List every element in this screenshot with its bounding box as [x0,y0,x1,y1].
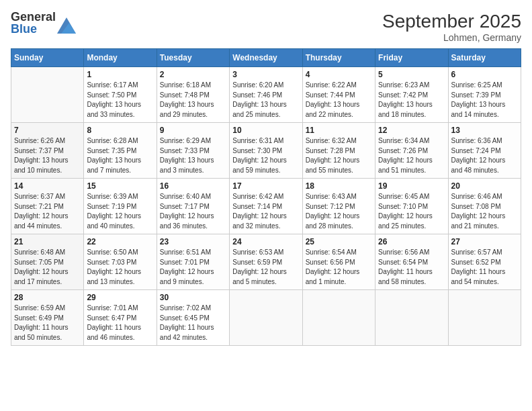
calendar-cell: 24Sunrise: 6:53 AM Sunset: 6:59 PM Dayli… [230,234,302,290]
calendar-cell [302,290,375,346]
day-number: 8 [87,126,153,135]
col-header-sunday: Sunday [11,49,84,67]
calendar-cell: 28Sunrise: 6:59 AM Sunset: 6:49 PM Dayli… [11,290,84,346]
day-number: 4 [306,70,372,79]
day-info: Sunrise: 6:39 AM Sunset: 7:19 PM Dayligh… [87,192,153,231]
col-header-friday: Friday [375,49,448,67]
logo-blue-text: Blue [11,22,37,36]
calendar-cell [230,290,302,346]
calendar-cell: 29Sunrise: 7:01 AM Sunset: 6:47 PM Dayli… [84,290,157,346]
day-number: 30 [160,293,226,302]
location: Lohmen, Germany [382,32,521,43]
calendar-cell: 11Sunrise: 6:32 AM Sunset: 7:28 PM Dayli… [302,123,375,179]
calendar-cell: 23Sunrise: 6:51 AM Sunset: 7:01 PM Dayli… [157,234,229,290]
day-info: Sunrise: 7:02 AM Sunset: 6:45 PM Dayligh… [160,304,226,342]
day-number: 14 [14,181,81,191]
calendar-cell [11,67,84,123]
day-number: 3 [232,70,299,79]
day-number: 25 [306,237,372,246]
day-number: 20 [451,181,518,191]
calendar-cell: 15Sunrise: 6:39 AM Sunset: 7:19 PM Dayli… [84,179,157,234]
day-info: Sunrise: 6:20 AM Sunset: 7:46 PM Dayligh… [232,81,299,120]
calendar-cell: 10Sunrise: 6:31 AM Sunset: 7:30 PM Dayli… [230,123,302,179]
calendar-cell: 21Sunrise: 6:48 AM Sunset: 7:05 PM Dayli… [11,234,84,290]
day-info: Sunrise: 7:01 AM Sunset: 6:47 PM Dayligh… [87,304,153,342]
day-number: 27 [451,237,518,246]
day-number: 5 [378,70,445,79]
calendar-cell: 2Sunrise: 6:18 AM Sunset: 7:48 PM Daylig… [157,67,229,123]
col-header-tuesday: Tuesday [157,49,229,67]
calendar-cell: 5Sunrise: 6:23 AM Sunset: 7:42 PM Daylig… [375,67,448,123]
day-number: 13 [451,126,518,135]
day-info: Sunrise: 6:32 AM Sunset: 7:28 PM Dayligh… [306,136,372,175]
col-header-thursday: Thursday [302,49,375,67]
calendar-cell: 19Sunrise: 6:45 AM Sunset: 7:10 PM Dayli… [375,179,448,234]
calendar-cell: 9Sunrise: 6:29 AM Sunset: 7:33 PM Daylig… [157,123,229,179]
day-info: Sunrise: 6:56 AM Sunset: 6:54 PM Dayligh… [378,248,445,287]
calendar-week-row: 28Sunrise: 6:59 AM Sunset: 6:49 PM Dayli… [11,290,521,346]
calendar-cell: 8Sunrise: 6:28 AM Sunset: 7:35 PM Daylig… [84,123,157,179]
day-number: 16 [160,181,226,191]
calendar-cell: 22Sunrise: 6:50 AM Sunset: 7:03 PM Dayli… [84,234,157,290]
day-info: Sunrise: 6:17 AM Sunset: 7:50 PM Dayligh… [87,81,153,120]
day-info: Sunrise: 6:46 AM Sunset: 7:08 PM Dayligh… [451,192,518,231]
day-number: 7 [14,126,81,135]
day-number: 9 [160,126,226,135]
day-info: Sunrise: 6:28 AM Sunset: 7:35 PM Dayligh… [87,136,153,175]
calendar-week-row: 1Sunrise: 6:17 AM Sunset: 7:50 PM Daylig… [11,67,521,123]
day-number: 6 [451,70,518,79]
day-info: Sunrise: 6:43 AM Sunset: 7:12 PM Dayligh… [306,192,372,231]
day-info: Sunrise: 6:34 AM Sunset: 7:26 PM Dayligh… [378,136,445,175]
calendar-cell: 4Sunrise: 6:22 AM Sunset: 7:44 PM Daylig… [302,67,375,123]
day-info: Sunrise: 6:48 AM Sunset: 7:05 PM Dayligh… [14,248,81,287]
day-info: Sunrise: 6:18 AM Sunset: 7:48 PM Dayligh… [160,81,226,120]
day-number: 26 [378,237,445,246]
page-header: General Blue September 2025 Lohmen, Germ… [11,11,521,43]
calendar-cell [375,290,448,346]
day-info: Sunrise: 6:22 AM Sunset: 7:44 PM Dayligh… [306,81,372,120]
day-info: Sunrise: 6:42 AM Sunset: 7:14 PM Dayligh… [232,192,299,231]
day-number: 21 [14,237,81,246]
day-info: Sunrise: 6:59 AM Sunset: 6:49 PM Dayligh… [14,304,81,342]
logo-icon [57,17,76,34]
calendar-cell: 27Sunrise: 6:57 AM Sunset: 6:52 PM Dayli… [448,234,521,290]
day-info: Sunrise: 6:53 AM Sunset: 6:59 PM Dayligh… [232,248,299,287]
calendar-cell: 7Sunrise: 6:26 AM Sunset: 7:37 PM Daylig… [11,123,84,179]
day-info: Sunrise: 6:37 AM Sunset: 7:21 PM Dayligh… [14,192,81,231]
day-info: Sunrise: 6:51 AM Sunset: 7:01 PM Dayligh… [160,248,226,287]
day-info: Sunrise: 6:23 AM Sunset: 7:42 PM Dayligh… [378,81,445,120]
calendar-cell: 20Sunrise: 6:46 AM Sunset: 7:08 PM Dayli… [448,179,521,234]
day-number: 18 [306,181,372,191]
calendar-cell: 13Sunrise: 6:36 AM Sunset: 7:24 PM Dayli… [448,123,521,179]
day-info: Sunrise: 6:50 AM Sunset: 7:03 PM Dayligh… [87,248,153,287]
day-number: 15 [87,181,153,191]
day-number: 22 [87,237,153,246]
title-block: September 2025 Lohmen, Germany [382,11,521,43]
calendar-cell: 12Sunrise: 6:34 AM Sunset: 7:26 PM Dayli… [375,123,448,179]
calendar-cell: 16Sunrise: 6:40 AM Sunset: 7:17 PM Dayli… [157,179,229,234]
day-number: 2 [160,70,226,79]
logo-general-text: General [11,10,56,24]
col-header-monday: Monday [84,49,157,67]
day-number: 28 [14,293,81,302]
day-number: 29 [87,293,153,302]
calendar-cell: 17Sunrise: 6:42 AM Sunset: 7:14 PM Dayli… [230,179,302,234]
day-info: Sunrise: 6:26 AM Sunset: 7:37 PM Dayligh… [14,136,81,175]
calendar-cell: 14Sunrise: 6:37 AM Sunset: 7:21 PM Dayli… [11,179,84,234]
col-header-saturday: Saturday [448,49,521,67]
col-header-wednesday: Wednesday [230,49,302,67]
day-info: Sunrise: 6:29 AM Sunset: 7:33 PM Dayligh… [160,136,226,175]
logo: General Blue [11,11,76,35]
calendar-week-row: 21Sunrise: 6:48 AM Sunset: 7:05 PM Dayli… [11,234,521,290]
day-number: 11 [306,126,372,135]
day-info: Sunrise: 6:57 AM Sunset: 6:52 PM Dayligh… [451,248,518,287]
day-info: Sunrise: 6:45 AM Sunset: 7:10 PM Dayligh… [378,192,445,231]
calendar-cell: 26Sunrise: 6:56 AM Sunset: 6:54 PM Dayli… [375,234,448,290]
day-info: Sunrise: 6:54 AM Sunset: 6:56 PM Dayligh… [306,248,372,287]
day-info: Sunrise: 6:36 AM Sunset: 7:24 PM Dayligh… [451,136,518,175]
calendar-cell: 25Sunrise: 6:54 AM Sunset: 6:56 PM Dayli… [302,234,375,290]
day-info: Sunrise: 6:40 AM Sunset: 7:17 PM Dayligh… [160,192,226,231]
day-info: Sunrise: 6:25 AM Sunset: 7:39 PM Dayligh… [451,81,518,120]
month-title: September 2025 [382,11,521,32]
day-number: 12 [378,126,445,135]
